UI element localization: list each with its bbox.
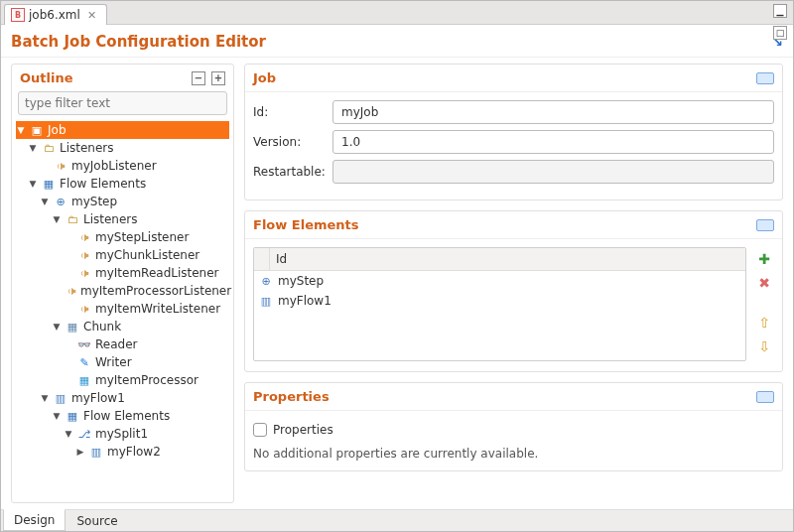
row-label: myFlow1: [278, 294, 331, 308]
tree-node-step-listeners[interactable]: ▼🗀Listeners: [16, 210, 229, 228]
tree-label: Listeners: [83, 212, 138, 226]
move-down-button[interactable]: ⇩: [758, 338, 770, 354]
table-row[interactable]: ▥ myFlow1: [254, 291, 745, 311]
tree-node-myitemreadlistener[interactable]: 🕩myItemReadListener: [16, 264, 229, 282]
tree-label: mySplit1: [95, 427, 148, 441]
tree-node-myjoblistener[interactable]: 🕩myJobListener: [16, 157, 229, 175]
tree-label: myItemProcessorListener: [80, 284, 231, 298]
tree-label: myStep: [71, 195, 117, 208]
bottom-tab-bar: Design Source: [1, 509, 793, 531]
tree-node-myitemwritelistener[interactable]: 🕩myItemWriteListener: [16, 300, 229, 318]
tree-label: Writer: [95, 355, 132, 369]
section-action-icon[interactable]: [756, 391, 774, 403]
id-value: myJob: [341, 105, 378, 119]
version-value: 1.0: [341, 135, 360, 149]
tree-node-flow-elements2[interactable]: ▼▦Flow Elements: [16, 407, 229, 425]
version-field[interactable]: 1.0: [332, 130, 774, 154]
properties-checkbox[interactable]: [253, 423, 267, 437]
tree-node-myflow1[interactable]: ▼▥myFlow1: [16, 389, 229, 407]
id-field[interactable]: myJob: [332, 100, 774, 124]
tree-label: myItemWriteListener: [95, 302, 220, 316]
id-label: Id:: [253, 105, 332, 119]
tree-node-mysplit1[interactable]: ▼⎇mySplit1: [16, 425, 229, 443]
job-section: Job Id: myJob Version: 1.0 Restartable:: [244, 64, 783, 200]
table-row[interactable]: ⊕ myStep: [254, 271, 745, 291]
file-tab-label: job6.xml: [29, 8, 80, 22]
collapse-all-button[interactable]: −: [192, 71, 205, 85]
tree-label: Job: [48, 123, 66, 137]
tree-label: myStepListener: [95, 230, 189, 244]
tree-label: Chunk: [83, 320, 121, 333]
tree-node-job[interactable]: ▼▣Job: [16, 121, 229, 139]
step-icon: ⊕: [258, 275, 274, 288]
flow-elements-section: Flow Elements Id ⊕ myStep: [244, 210, 783, 372]
tree-node-listeners[interactable]: ▼🗀Listeners: [16, 139, 229, 157]
tree-node-flow-elements[interactable]: ▼▦Flow Elements: [16, 175, 229, 193]
maximize-pane-button[interactable]: □: [773, 26, 787, 40]
outline-title: Outline: [20, 70, 73, 85]
tree-label: myFlow1: [71, 391, 125, 405]
tree-label: myItemReadListener: [95, 266, 219, 280]
table-corner: [254, 248, 270, 270]
move-up-button[interactable]: ⇧: [758, 315, 770, 331]
tree-node-chunk[interactable]: ▼▦Chunk: [16, 318, 229, 335]
section-action-icon[interactable]: [756, 72, 774, 84]
minimize-pane-button[interactable]: ▁: [773, 4, 787, 18]
file-tab[interactable]: B job6.xml ✕: [4, 4, 107, 25]
tree-node-reader[interactable]: 👓Reader: [16, 335, 229, 353]
tab-label: Source: [76, 514, 117, 528]
tree-node-writer[interactable]: ✎Writer: [16, 353, 229, 371]
tree-node-myflow2[interactable]: ▶▥myFlow2: [16, 443, 229, 461]
row-label: myStep: [278, 274, 324, 288]
tree-node-myitemprocessor[interactable]: ▦myItemProcessor: [16, 371, 229, 389]
properties-title: Properties: [253, 389, 330, 404]
delete-button[interactable]: ✖: [758, 275, 770, 291]
editor-tab-bar: B job6.xml ✕ ▁ □: [1, 1, 793, 25]
flow-elements-table: Id ⊕ myStep ▥ myFlow1: [253, 247, 746, 361]
close-icon[interactable]: ✕: [87, 9, 96, 22]
properties-section: Properties Properties No additional prop…: [244, 382, 783, 471]
tree-label: Flow Elements: [60, 177, 146, 191]
tab-label: Design: [14, 513, 55, 527]
tree-node-myitemprocessorlistener[interactable]: 🕩myItemProcessorListener: [16, 282, 229, 300]
tree-label: myItemProcessor: [95, 373, 198, 387]
version-label: Version:: [253, 135, 332, 149]
properties-message: No additional properties are currently a…: [253, 447, 774, 461]
tab-source[interactable]: Source: [66, 510, 128, 532]
tree-label: Reader: [95, 337, 137, 351]
outline-tree: ▼▣Job ▼🗀Listeners 🕩myJobListener ▼▦Flow …: [12, 121, 233, 502]
flow-icon: ▥: [258, 295, 274, 308]
editor-title: Batch Job Configuration Editor: [11, 33, 266, 51]
col-id[interactable]: Id: [270, 248, 745, 270]
section-action-icon[interactable]: [756, 219, 774, 231]
add-button[interactable]: ✚: [758, 251, 770, 267]
restartable-label: Restartable:: [253, 165, 332, 179]
batch-file-icon: B: [11, 8, 25, 22]
properties-checkbox-label: Properties: [273, 423, 333, 437]
tree-node-mychunklistener[interactable]: 🕩myChunkListener: [16, 246, 229, 264]
tab-design[interactable]: Design: [3, 509, 66, 531]
flow-elements-title: Flow Elements: [253, 217, 359, 232]
tree-label: Listeners: [60, 141, 114, 155]
tree-label: myChunkListener: [95, 248, 199, 262]
restartable-field[interactable]: [332, 160, 774, 184]
expand-all-button[interactable]: +: [211, 71, 225, 85]
tree-node-mysteplistener[interactable]: 🕩myStepListener: [16, 228, 229, 246]
editor-title-bar: Batch Job Configuration Editor ↘: [1, 25, 793, 58]
outline-panel: Outline − + ▼▣Job ▼🗀Listeners 🕩myJobList…: [11, 64, 234, 503]
filter-input[interactable]: [18, 91, 227, 115]
tree-label: myJobListener: [71, 159, 157, 173]
job-section-title: Job: [253, 70, 276, 85]
tree-label: myFlow2: [107, 445, 161, 459]
tree-label: Flow Elements: [83, 409, 170, 423]
tree-node-mystep[interactable]: ▼⊕myStep: [16, 193, 229, 210]
